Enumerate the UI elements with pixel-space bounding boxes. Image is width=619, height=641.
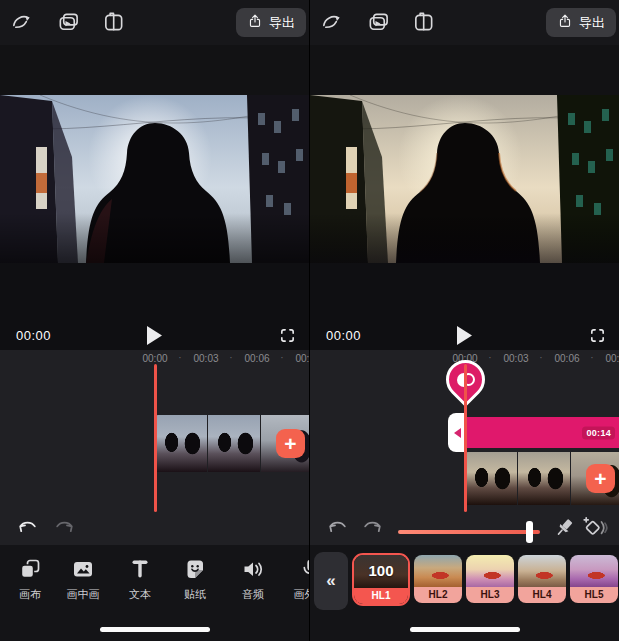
text-icon [128, 569, 152, 584]
filter-intensity-slider[interactable] [398, 522, 540, 542]
toolbar-label: 贴纸 [169, 587, 221, 602]
filter-card-hl3[interactable]: HL3 [466, 555, 514, 603]
preview-scene-cool [0, 95, 309, 263]
toolbar-item-canvas[interactable]: 画布 [4, 557, 56, 602]
undo-button[interactable] [325, 516, 350, 541]
sticker-icon [183, 569, 207, 584]
filter-name-label: HL2 [414, 587, 462, 603]
ruler-dot: · [229, 352, 232, 363]
ruler-dot: · [488, 352, 491, 363]
microphone-icon [298, 569, 309, 584]
filter-card-hl4[interactable]: HL4 [518, 555, 566, 603]
redo-button[interactable] [52, 516, 77, 541]
ruler-tick: 00:09 [295, 353, 309, 364]
clip-duration-badge: 00:14 [582, 426, 615, 439]
video-preview[interactable] [0, 95, 309, 263]
share-icon [247, 13, 263, 32]
car-thumbnail-art [466, 555, 514, 587]
slider-track [398, 530, 540, 534]
car-thumbnail-art [570, 555, 618, 587]
top-spacer [0, 45, 309, 95]
pin-icon[interactable] [552, 516, 576, 540]
export-label: 导出 [269, 14, 295, 32]
video-template-icon[interactable] [57, 11, 80, 34]
dual-screenshot-stage: 导出 [0, 0, 619, 641]
export-label: 导出 [579, 14, 605, 32]
timeline[interactable]: 00:00 · 00:03 · 00:06 · 00:09 + [0, 350, 309, 545]
ruler-tick: 00:06 [244, 353, 269, 364]
fullscreen-button[interactable] [279, 327, 296, 344]
top-bar: 导出 [0, 0, 309, 45]
filter-strip-section: « 100 HL1 HL2 HL3 HL4 HL5 [310, 545, 619, 641]
current-time: 00:00 [16, 328, 51, 343]
flipbook-icon[interactable] [412, 11, 435, 34]
filter-intensity-value: 100 [354, 562, 408, 579]
slider-thumb[interactable] [526, 521, 533, 543]
filter-name-label: HL1 [354, 588, 408, 604]
clip-thumbnail [208, 415, 260, 472]
ruler-dot: · [280, 352, 283, 363]
apply-effect-diamond-icon[interactable] [581, 515, 610, 541]
filter-thumbnail [466, 555, 514, 587]
toolbar-item-voiceover[interactable]: 画外音 [284, 557, 309, 602]
share-icon [557, 13, 573, 32]
home-indicator [410, 627, 520, 632]
add-clip-button[interactable]: + [276, 429, 305, 458]
editor-panel-right: 导出 [310, 0, 619, 641]
filter-card-hl1[interactable]: 100 HL1 [352, 553, 410, 606]
add-clip-button[interactable]: + [586, 464, 615, 493]
filter-name-label: HL4 [518, 587, 566, 603]
fullscreen-button[interactable] [589, 327, 606, 344]
car-thumbnail-art [518, 555, 566, 587]
toolbar-item-sticker[interactable]: 贴纸 [169, 557, 221, 602]
toolbar-item-text[interactable]: 文本 [114, 557, 166, 602]
trim-arrow-icon [454, 428, 461, 438]
toolbar-item-pip[interactable]: 画中画 [57, 557, 109, 602]
audio-icon [241, 569, 265, 584]
car-thumbnail-art [414, 555, 462, 587]
picture-in-picture-icon [71, 569, 95, 584]
ruler-dot: · [590, 352, 593, 363]
redo-button[interactable] [360, 516, 385, 541]
filter-thumbnail: 100 [354, 555, 408, 588]
clip-thumbnail [518, 452, 570, 505]
collapse-panel-button[interactable]: « [314, 552, 348, 610]
filter-card-hl5[interactable]: HL5 [570, 555, 618, 603]
top-spacer [310, 45, 619, 95]
preview-scene-warm [310, 95, 619, 263]
playhead[interactable] [464, 364, 467, 512]
playhead[interactable] [154, 364, 157, 512]
ruler-tick: 00:00 [142, 353, 167, 364]
filter-thumbnail [518, 555, 566, 587]
play-button[interactable] [457, 326, 473, 345]
timeline[interactable]: 00:00 · 00:03 · 00:06 · 00:09 00:14 + [310, 350, 619, 545]
clip-thumbnail [465, 452, 517, 505]
filter-name-label: HL5 [570, 587, 618, 603]
ruler-tick: 00:03 [193, 353, 218, 364]
canvas-icon [18, 569, 42, 584]
play-button[interactable] [147, 326, 163, 345]
current-time: 00:00 [326, 328, 361, 343]
ruler-tick: 00:03 [503, 353, 528, 364]
toolbar-label: 文本 [114, 587, 166, 602]
toolbar-label: 画外音 [284, 587, 309, 602]
undo-button[interactable] [15, 516, 40, 541]
quick-edit-swoosh-icon[interactable] [320, 11, 343, 34]
filter-card-hl2[interactable]: HL2 [414, 555, 462, 603]
filter-thumbnail [414, 555, 462, 587]
bottom-toolbar: 画布 画中画 文本 贴纸 音频 画外音 [0, 545, 309, 641]
home-indicator [100, 627, 210, 632]
toolbar-label: 音频 [227, 587, 279, 602]
quick-edit-swoosh-icon[interactable] [10, 11, 33, 34]
flipbook-icon[interactable] [102, 11, 125, 34]
export-button[interactable]: 导出 [546, 8, 616, 37]
filter-clip-bar[interactable]: 00:14 [466, 417, 619, 448]
ruler-dot: · [178, 352, 181, 363]
ruler-dot: · [539, 352, 542, 363]
filter-name-label: HL3 [466, 587, 514, 603]
export-button[interactable]: 导出 [236, 8, 306, 37]
toolbar-label: 画布 [4, 587, 56, 602]
toolbar-item-audio[interactable]: 音频 [227, 557, 279, 602]
video-template-icon[interactable] [367, 11, 390, 34]
video-preview[interactable] [310, 95, 619, 263]
